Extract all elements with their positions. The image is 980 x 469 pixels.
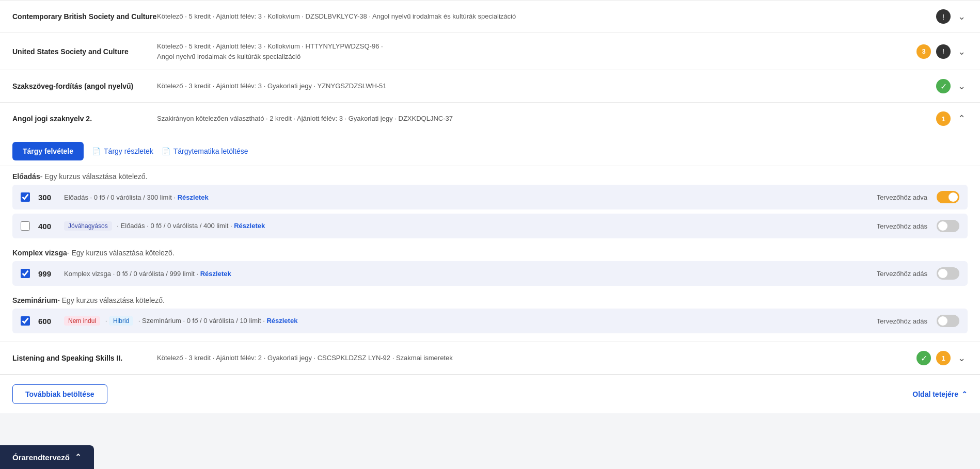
- course-actions-contemporary: ! ⌄: [936, 9, 968, 24]
- course-item-600: 600 Nem indul · Hibrid · Szeminárium · 0…: [12, 309, 968, 333]
- chevron-united-states[interactable]: ⌄: [956, 44, 968, 59]
- chevron-listening[interactable]: ⌄: [956, 350, 968, 366]
- section-eloadas: Előadás- Egy kurzus választása kötelező.…: [0, 166, 980, 238]
- details-link-600[interactable]: Részletek: [266, 317, 297, 325]
- tervezo-label-999: Tervezőhöz adás: [877, 270, 927, 278]
- course-meta-szakszoveg: Kötelező · 3 kredit · Ajánlott félév: 3 …: [157, 81, 936, 91]
- course-title-united-states: United States Society and Culture: [12, 47, 157, 56]
- item-actions-400: Tervezőhöz adás: [877, 220, 959, 232]
- section-label-eloadas: Előadás- Egy kurzus választása kötelező.: [12, 166, 968, 185]
- info-icon-united-states[interactable]: !: [936, 44, 951, 59]
- section-szeminariu: Szeminárium- Egy kurzus választása kötel…: [0, 290, 980, 333]
- item-meta-999: Komplex vizsga · 0 fő / 0 várólista / 99…: [64, 270, 877, 278]
- course-item-300: 300 Előadás · 0 fő / 0 várólista / 300 l…: [12, 185, 968, 209]
- course-title-listening: Listening and Speaking Skills II.: [12, 354, 157, 362]
- course-actions-szakszoveg: ✓ ⌄: [936, 78, 968, 94]
- section-komplex: Komplex vizsga- Egy kurzus választása kö…: [0, 242, 980, 286]
- course-actions-listening: ✓ 1 ⌄: [916, 350, 968, 366]
- tervezo-label-300: Tervezőhöz adva: [877, 193, 927, 201]
- download-icon: 📄: [162, 147, 170, 155]
- chevron-szakszoveg[interactable]: ⌄: [956, 78, 968, 94]
- course-meta-contemporary: Kötelező · 5 kredit · Ajánlott félév: 3 …: [157, 11, 936, 22]
- check-icon-szakszoveg: ✓: [936, 79, 951, 93]
- course-item-400: 400 Jóváhagyásos · Előadás · 0 fő / 0 vá…: [12, 214, 968, 238]
- toggle-999[interactable]: [937, 267, 959, 280]
- badge-listening: 1: [936, 351, 951, 365]
- load-more-button[interactable]: Továbbiak betöltése: [12, 384, 107, 404]
- checkbox-999[interactable]: [21, 269, 30, 278]
- toggle-400[interactable]: [937, 220, 959, 232]
- expanded-section-angol-jogi: Tárgy felvétele 📄 Tárgy részletek 📄 Tárg…: [0, 135, 980, 342]
- item-meta-600: Nem indul · Hibrid · Szeminárium · 0 fő …: [64, 316, 877, 326]
- enroll-button[interactable]: Tárgy felvétele: [12, 142, 84, 160]
- toggle-300[interactable]: [937, 191, 959, 203]
- course-item-999: 999 Komplex vizsga · 0 fő / 0 várólista …: [12, 261, 968, 286]
- course-row-szakszoveg: Szakszöveg-fordítás (angol nyelvű) Kötel…: [0, 70, 980, 103]
- item-number-999: 999: [38, 269, 64, 278]
- top-link[interactable]: Oldal tetejére ⌃: [912, 390, 968, 398]
- item-actions-300: Tervezőhöz adva: [877, 191, 959, 203]
- document-icon: 📄: [92, 147, 101, 155]
- course-row-united-states: United States Society and Culture Kötele…: [0, 33, 980, 70]
- course-list: Contemporary British Society and Culture…: [0, 0, 980, 413]
- details-link-999[interactable]: Részletek: [200, 270, 231, 278]
- course-actions-united-states: 3 ! ⌄: [916, 44, 968, 59]
- expanded-actions: Tárgy felvétele 📄 Tárgy részletek 📄 Tárg…: [0, 135, 980, 166]
- item-number-300: 300: [38, 193, 64, 202]
- tervezo-label-600: Tervezőhöz adás: [877, 317, 927, 325]
- course-row-angol-jogi: Angol jogi szaknyelv 2. Szakirányon köte…: [0, 103, 980, 135]
- chevron-contemporary[interactable]: ⌄: [956, 9, 968, 24]
- bottom-tervező-bar[interactable]: Órarendtervező ⌃: [0, 445, 94, 469]
- item-actions-600: Tervezőhöz adás: [877, 315, 959, 327]
- top-link-label: Oldal tetejére: [912, 390, 958, 398]
- tervező-label: Órarendtervező: [12, 453, 70, 462]
- details-button[interactable]: 📄 Tárgy részletek: [92, 147, 153, 155]
- tag-jovahagyasos: Jóváhagyásos: [64, 221, 112, 231]
- badge-united-states: 3: [916, 44, 931, 59]
- tag-nem-indul: Nem indul: [64, 316, 100, 326]
- section-label-komplex: Komplex vizsga- Egy kurzus választása kö…: [12, 242, 968, 261]
- page-wrapper: Contemporary British Society and Culture…: [0, 0, 980, 469]
- checkbox-300[interactable]: [21, 192, 30, 202]
- course-row-listening: Listening and Speaking Skills II. Kötele…: [0, 342, 980, 375]
- course-meta-united-states: Kötelező · 5 kredit · Ajánlott félév: 3 …: [157, 41, 916, 61]
- item-actions-999: Tervezőhöz adás: [877, 267, 959, 280]
- checkbox-600[interactable]: [21, 316, 30, 326]
- course-meta-angol-jogi: Szakirányon kötelezően választható · 2 k…: [157, 114, 936, 124]
- chevron-up-icon-bottom: ⌃: [75, 452, 82, 462]
- details-link-400[interactable]: Részletek: [234, 222, 265, 230]
- details-link-300[interactable]: Részletek: [178, 193, 209, 201]
- item-number-400: 400: [38, 222, 64, 231]
- course-actions-angol-jogi: 1 ⌃: [936, 111, 968, 126]
- course-row-contemporary: Contemporary British Society and Culture…: [0, 0, 980, 33]
- badge-angol-jogi: 1: [936, 111, 951, 126]
- item-meta-400: Jóváhagyásos · Előadás · 0 fő / 0 váróli…: [64, 221, 877, 231]
- info-icon-contemporary[interactable]: !: [936, 9, 951, 24]
- course-title-szakszoveg: Szakszöveg-fordítás (angol nyelvű): [12, 82, 157, 90]
- course-meta-listening: Kötelező · 3 kredit · Ajánlott félév: 2 …: [157, 353, 916, 363]
- chevron-angol-jogi[interactable]: ⌃: [956, 111, 968, 126]
- tag-hibrid: Hibrid: [109, 316, 133, 326]
- course-title-contemporary: Contemporary British Society and Culture: [12, 12, 157, 21]
- item-meta-300: Előadás · 0 fő / 0 várólista / 300 limit…: [64, 193, 877, 201]
- check-icon-listening: ✓: [916, 351, 931, 365]
- item-number-600: 600: [38, 317, 64, 326]
- toggle-600[interactable]: [937, 315, 959, 327]
- section-label-szeminariu: Szeminárium- Egy kurzus választása kötel…: [12, 290, 968, 309]
- chevron-up-icon: ⌃: [961, 390, 968, 398]
- footer-bar: Továbbiak betöltése Oldal tetejére ⌃: [0, 375, 980, 413]
- tervezo-label-400: Tervezőhöz adás: [877, 222, 927, 230]
- course-title-angol-jogi: Angol jogi szaknyelv 2.: [12, 115, 157, 123]
- checkbox-400[interactable]: [21, 221, 30, 231]
- syllabus-button[interactable]: 📄 Tárgytematika letöltése: [162, 147, 248, 155]
